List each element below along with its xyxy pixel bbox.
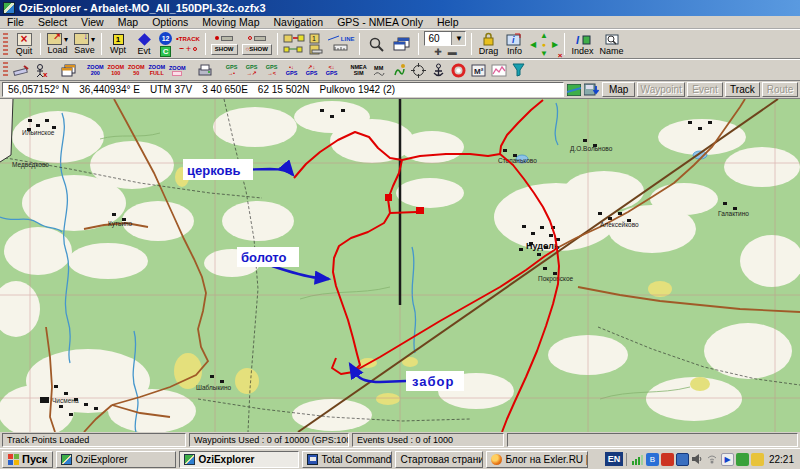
task-oziexplorer-1[interactable]: OziExplorer bbox=[56, 451, 176, 468]
track-control-button[interactable]: x bbox=[31, 61, 51, 80]
line-tool-button[interactable]: LINE bbox=[327, 35, 355, 42]
track-tab-button[interactable]: Track bbox=[725, 82, 760, 97]
measure-icon[interactable] bbox=[333, 44, 349, 52]
gps-upload-tk-button[interactable]: GPS→< bbox=[262, 61, 282, 80]
track-ring-icon bbox=[193, 47, 197, 51]
pan-center-button[interactable]: ● bbox=[538, 40, 549, 49]
messenger-icon[interactable] bbox=[751, 453, 764, 466]
nmea-sim-button[interactable]: NMEASIM bbox=[349, 61, 369, 80]
media-player-icon[interactable]: ▶ bbox=[721, 453, 734, 466]
track-display-group[interactable]: •TRACK + bbox=[174, 31, 202, 57]
zoom-level-combobox[interactable]: 60 ▼ bbox=[424, 31, 466, 46]
route-show-icon[interactable] bbox=[283, 44, 305, 55]
task-firefox-start-page[interactable]: Стартовая страниц... bbox=[395, 451, 483, 468]
comments-button[interactable]: C bbox=[160, 46, 171, 57]
signal-strength-icon[interactable] bbox=[631, 453, 644, 466]
waypoint-show-group: SHOW bbox=[209, 31, 240, 57]
area-button[interactable]: M² bbox=[469, 61, 489, 80]
magnify-button[interactable] bbox=[363, 31, 389, 57]
task-oziexplorer-2-active[interactable]: OziExplorer bbox=[179, 451, 299, 468]
show-waypoints-button[interactable]: SHOW bbox=[211, 44, 238, 55]
map-canvas[interactable]: Ильинское Медведково Кутьино Чисмена Але… bbox=[0, 99, 800, 432]
pan-up-button[interactable]: ▲ bbox=[538, 31, 549, 40]
index-button[interactable]: I Index bbox=[568, 31, 596, 57]
menu-gps-nmea[interactable]: GPS - NMEA Only bbox=[330, 16, 430, 29]
track-plus-icon bbox=[179, 48, 184, 49]
menu-file[interactable]: File bbox=[0, 16, 31, 29]
print-button[interactable] bbox=[195, 61, 215, 80]
load-button[interactable]: ↗▾ Load bbox=[44, 31, 71, 57]
menu-help[interactable]: Help bbox=[430, 16, 466, 29]
zoom-out-button[interactable]: ▬ bbox=[448, 48, 457, 57]
waypoint-icon: 1 bbox=[113, 34, 124, 45]
wireless-icon[interactable] bbox=[706, 453, 719, 466]
zoom-200-button[interactable]: ZOOM200 bbox=[85, 61, 106, 80]
pan-down-button[interactable]: ▼ bbox=[538, 49, 549, 58]
menu-moving-map[interactable]: Moving Map bbox=[195, 16, 266, 29]
gps-download-tk-button[interactable]: <↓GPS bbox=[322, 61, 342, 80]
toolbar-drag-handle[interactable] bbox=[3, 33, 8, 55]
gps-download-wp-button[interactable]: ▪↓GPS bbox=[282, 61, 302, 80]
alert-tray-icon[interactable] bbox=[661, 453, 674, 466]
event-toggle-button[interactable]: Evt bbox=[131, 31, 157, 57]
pages-button[interactable] bbox=[58, 61, 78, 80]
gps-upload-rt-button[interactable]: GPS→↗ bbox=[242, 61, 262, 80]
waypoint-numbers-button[interactable]: 12 bbox=[159, 32, 172, 45]
position-crosshair-button[interactable] bbox=[409, 61, 429, 80]
toolbar-drag-handle[interactable] bbox=[3, 62, 8, 78]
anchor-button[interactable] bbox=[429, 61, 449, 80]
zoom-full-button[interactable]: ZOOMFULL bbox=[147, 61, 168, 80]
load-map-icon: ↗ bbox=[47, 33, 62, 45]
task-firefox-blog[interactable]: Блог на Exler.RU | А... bbox=[486, 451, 588, 468]
menu-view[interactable]: View bbox=[74, 16, 111, 29]
ozi-task-icon bbox=[61, 454, 72, 465]
task-total-commander[interactable]: Total Commander 7.... bbox=[302, 451, 392, 468]
pan-right-button[interactable]: ▶ bbox=[549, 40, 560, 49]
show-events-button[interactable]: ○SHOW bbox=[242, 44, 272, 55]
start-button[interactable]: Пуск bbox=[2, 451, 53, 468]
filter-button[interactable] bbox=[509, 61, 529, 80]
menu-select[interactable]: Select bbox=[31, 16, 74, 29]
svg-text:Галактино: Галактино bbox=[718, 210, 749, 217]
name-search-button[interactable]: Name bbox=[597, 31, 627, 57]
menu-options[interactable]: Options bbox=[145, 16, 195, 29]
bluetooth-icon[interactable]: B bbox=[646, 453, 659, 466]
waypoint-toggle-button[interactable]: 1 Wpt bbox=[105, 31, 131, 57]
zoom-50-button[interactable]: ZOOM50 bbox=[126, 61, 147, 80]
save-map-icon: ↓ bbox=[74, 33, 89, 45]
save-position-icon[interactable] bbox=[584, 83, 600, 97]
quit-button[interactable]: × Quit bbox=[11, 31, 37, 57]
lifebuoy-button[interactable] bbox=[449, 61, 469, 80]
map-area[interactable]: Ильинское Медведково Кутьино Чисмена Але… bbox=[0, 99, 800, 432]
pan-close-icon[interactable]: × bbox=[558, 51, 563, 60]
moving-map-button[interactable]: MM bbox=[369, 61, 389, 80]
zoom-100-button[interactable]: ZOOM100 bbox=[106, 61, 127, 80]
draw-tool-button[interactable] bbox=[11, 61, 31, 80]
taskbar-clock[interactable]: 22:21 bbox=[767, 454, 798, 465]
drag-button[interactable]: Drag bbox=[475, 31, 501, 57]
longitude-value: 36,440934° E bbox=[79, 84, 140, 95]
gps-download-rt-button[interactable]: ↗↓GPS bbox=[302, 61, 322, 80]
gps-upload-wp-button[interactable]: GPS→▪ bbox=[222, 61, 242, 80]
info-button[interactable]: i Info bbox=[501, 31, 527, 57]
menu-map[interactable]: Map bbox=[111, 16, 145, 29]
route-edit-icon[interactable] bbox=[283, 33, 305, 44]
zoom-in-button[interactable]: ✚ bbox=[434, 48, 442, 57]
windows-button[interactable] bbox=[389, 31, 415, 57]
windows-logo-icon bbox=[8, 454, 19, 465]
nmea-monitor-button[interactable] bbox=[389, 61, 409, 80]
zoom-window-button[interactable]: ZOOM bbox=[167, 61, 188, 80]
map-thumb-icon[interactable] bbox=[566, 83, 582, 97]
zoom-dropdown-icon[interactable]: ▼ bbox=[451, 32, 465, 45]
menu-navigation[interactable]: Navigation bbox=[267, 16, 331, 29]
map-2-icon[interactable] bbox=[309, 44, 323, 55]
map-1-icon[interactable]: 1 bbox=[309, 33, 323, 44]
map-tab-button[interactable]: Map bbox=[602, 82, 635, 97]
sync-tray-icon[interactable] bbox=[736, 453, 749, 466]
volume-icon[interactable] bbox=[691, 453, 704, 466]
profile-chart-button[interactable] bbox=[489, 61, 509, 80]
display-tray-icon[interactable] bbox=[676, 453, 689, 466]
save-button[interactable]: ↓▾ Save bbox=[71, 31, 98, 57]
language-indicator[interactable]: EN bbox=[605, 452, 623, 466]
pan-left-button[interactable]: ◀ bbox=[527, 40, 538, 49]
